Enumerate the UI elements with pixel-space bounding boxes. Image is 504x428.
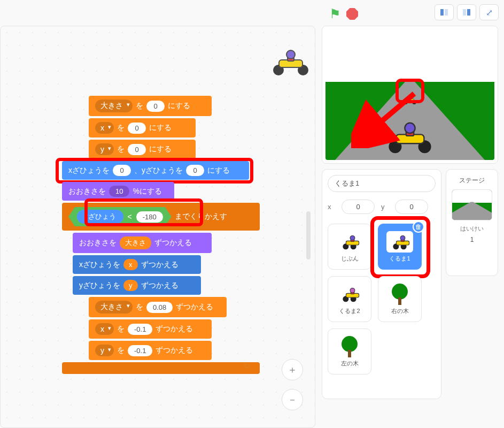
dropdown-x[interactable]: x xyxy=(95,122,114,134)
block-change-look-size[interactable]: おおきさを 大きさ ずつかえる xyxy=(73,233,212,253)
dropdown-x2[interactable]: x xyxy=(95,323,114,335)
label: ずつかえる xyxy=(141,281,179,291)
label: にする xyxy=(149,144,172,154)
sprite-label: 左の木 xyxy=(341,360,359,368)
block-set-size-pct[interactable]: おおきさを 10 %にする xyxy=(62,182,174,201)
label: を xyxy=(136,302,143,312)
stage-panel-title: ステージ xyxy=(451,176,493,185)
block-inc-x[interactable]: x を -0.1 ずつかえる xyxy=(89,319,212,339)
label: を xyxy=(117,324,125,334)
stop-icon[interactable] xyxy=(346,8,358,20)
label: 、yざひょうを xyxy=(134,166,183,175)
label: ずつかえる xyxy=(176,302,213,312)
backdrop-count: 1 xyxy=(451,236,493,243)
sprite-name-field[interactable]: くるま1 xyxy=(328,175,436,192)
input-y-val[interactable]: 0 xyxy=(128,144,146,155)
input-goto-x[interactable]: 0 xyxy=(113,165,131,176)
small-stage-button[interactable] xyxy=(435,4,454,20)
label: を xyxy=(117,123,125,133)
sprite-card-hidari[interactable]: 左の木 xyxy=(328,328,371,374)
reporter-y[interactable]: yざひょう xyxy=(77,210,123,224)
label: おおきさを xyxy=(79,238,117,248)
delete-sprite-button[interactable]: 🗑 xyxy=(413,221,424,233)
sprite-card-migi[interactable]: 右の木 xyxy=(378,276,422,322)
input-limit[interactable]: -180 xyxy=(136,211,163,223)
input-inc-y[interactable]: -0.1 xyxy=(128,345,152,356)
block-set-var-x[interactable]: x を 0 にする xyxy=(89,118,196,137)
block-repeat-until[interactable]: yざひょう < -180 までくりかえす xyxy=(62,203,260,231)
label-x: x xyxy=(328,203,335,211)
operator-lt: < xyxy=(128,212,132,221)
input-size-pct[interactable]: 10 xyxy=(109,186,129,197)
block-repeat-until-end[interactable]: ↻ xyxy=(62,362,260,374)
green-flag-icon[interactable]: ⚑ xyxy=(329,6,341,21)
script-area[interactable]: 大きさ を 0 にする x を 0 にする y を 0 にする xざひょうを 0… xyxy=(0,26,315,428)
sprite-label: くるま1 xyxy=(389,255,410,263)
stage-car-near xyxy=(391,123,429,150)
label: ずつかえる xyxy=(156,324,193,334)
reporter-yv[interactable]: y xyxy=(123,280,138,291)
label: にする xyxy=(168,101,190,111)
label: までくりかえす xyxy=(175,212,227,221)
bool-condition[interactable]: yざひょう < -180 xyxy=(68,207,172,226)
reporter-size[interactable]: 大きさ xyxy=(120,236,151,249)
label: xざひょうを xyxy=(79,260,120,270)
input-inc-x[interactable]: -0.1 xyxy=(128,324,152,335)
backdrop-label: はいけい xyxy=(451,225,493,233)
stage-panel: ステージ はいけい 1 xyxy=(446,169,498,276)
label: ずつかえる xyxy=(154,238,192,248)
input-x-val[interactable]: 0 xyxy=(128,123,146,134)
block-stack[interactable]: 大きさ を 0 にする x を 0 にする y を 0 にする xざひょうを 0… xyxy=(62,96,313,376)
backdrop-thumb[interactable] xyxy=(452,189,492,220)
sprite-card-kuruma2[interactable]: くるま2 xyxy=(328,276,371,322)
input-goto-y[interactable]: 0 xyxy=(186,165,204,176)
dropdown-y2[interactable]: y xyxy=(95,345,114,356)
block-change-y-by[interactable]: yざひょうを y ずつかえる xyxy=(73,276,201,295)
sprite-label: くるま2 xyxy=(339,307,360,315)
block-inc-y[interactable]: y を -0.1 ずつかえる xyxy=(89,341,212,360)
label: を xyxy=(117,346,125,355)
loop-arrow-icon: ↻ xyxy=(243,361,250,371)
block-set-var-y[interactable]: y を 0 にする xyxy=(89,140,196,159)
large-stage-button[interactable] xyxy=(457,4,476,20)
block-goto-xy[interactable]: xざひょうを 0 、yざひょうを 0 にする xyxy=(62,161,249,180)
dropdown-size[interactable]: 大きさ xyxy=(95,100,133,112)
fullscreen-button[interactable]: ⤢ xyxy=(479,4,499,20)
label: を xyxy=(136,101,143,111)
block-change-x-by[interactable]: xざひょうを x ずつかえる xyxy=(73,255,201,274)
zoom-out-button[interactable]: － xyxy=(282,389,303,410)
input-inc-size[interactable]: 0.08 xyxy=(146,302,173,313)
label: ずつかえる xyxy=(156,346,193,355)
scrollbar[interactable] xyxy=(306,211,311,259)
dropdown-y[interactable]: y xyxy=(95,143,114,155)
label-y: y xyxy=(381,203,389,211)
reporter-x[interactable]: x xyxy=(123,259,138,270)
label: ずつかえる xyxy=(141,260,179,270)
label: %にする xyxy=(133,187,161,196)
label: yざひょうを xyxy=(79,281,120,291)
sprite-label: じぶん xyxy=(341,255,359,263)
block-set-var-size[interactable]: 大きさ を 0 にする xyxy=(89,96,212,116)
block-inc-size[interactable]: 大きさ を 0.08 ずつかえる xyxy=(89,297,227,317)
label: にする xyxy=(149,123,172,133)
dropdown-size2[interactable]: 大きさ xyxy=(95,301,133,314)
label: おおきさを xyxy=(68,187,106,196)
sprite-card-kuruma1[interactable]: くるま1 🗑 xyxy=(378,224,422,270)
input-size-val[interactable]: 0 xyxy=(146,101,165,112)
zoom-in-button[interactable]: ＋ xyxy=(282,359,303,380)
sprite-panel: くるま1 x 0 y 0 じぶん くるま1 🗑 くるま2 右 xyxy=(322,169,441,399)
label: にする xyxy=(207,166,230,175)
sprite-watermark xyxy=(272,48,299,70)
sprite-y-field[interactable]: 0 xyxy=(395,200,428,214)
stage-preview[interactable] xyxy=(322,26,498,164)
label: を xyxy=(117,144,125,154)
annotation-highlight-stage-far xyxy=(396,79,424,103)
sprite-card-jibun[interactable]: じぶん xyxy=(328,224,371,270)
sprite-x-field[interactable]: 0 xyxy=(342,200,375,214)
sprite-label: 右の木 xyxy=(391,307,409,315)
label: xざひょうを xyxy=(68,166,110,175)
